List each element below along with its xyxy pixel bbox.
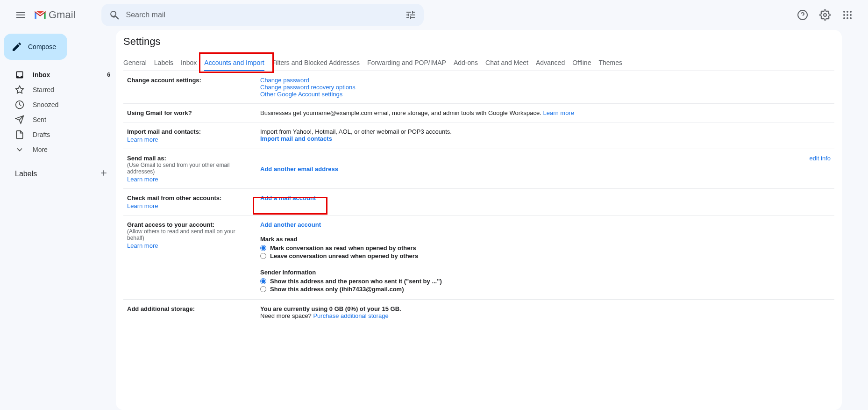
storage-text: You are currently using 0 GB (0%) of you… [260,305,747,312]
plus-icon [99,168,108,178]
tab-offline[interactable]: Offline [572,55,591,71]
header: Gmail [0,0,868,30]
svg-point-6 [843,14,845,16]
svg-point-5 [850,11,852,13]
tab-inbox[interactable]: Inbox [181,55,197,71]
settings-button[interactable] [816,6,834,24]
compose-button[interactable]: Compose [4,34,67,60]
radio-input[interactable] [260,245,266,251]
star-icon [15,85,24,94]
row-label: Grant access to your account: [127,221,214,228]
tab-labels[interactable]: Labels [154,55,173,71]
edit-info-link[interactable]: edit info [809,155,831,162]
checkmail-learn-more[interactable]: Learn more [127,202,158,209]
sendas-learn-more[interactable]: Learn more [127,176,158,183]
radio-input[interactable] [260,253,266,259]
nav-count: 6 [107,72,110,78]
svg-point-9 [843,17,845,19]
clock-icon [15,100,24,109]
row-send-as: Send mail as: (Use Gmail to send from yo… [123,149,834,189]
apps-button[interactable] [838,6,857,24]
add-mail-account-link[interactable]: Add a mail account [260,194,316,201]
search-options-button[interactable] [401,6,420,24]
tab-addons[interactable]: Add-ons [454,55,478,71]
search-input[interactable] [124,11,401,19]
other-account-settings-link[interactable]: Other Google Account settings [260,91,342,98]
nav-list: Inbox 6 Starred Snoozed Sent Drafts M [4,67,116,157]
nav-starred[interactable]: Starred [4,82,116,97]
add-email-link[interactable]: Add another email address [260,165,338,173]
tab-advanced[interactable]: Advanced [536,55,565,71]
tab-accounts-import[interactable]: Accounts and Import [204,55,264,71]
support-button[interactable] [793,6,812,24]
add-label-button[interactable] [99,168,108,180]
pencil-icon [11,41,22,52]
main: Compose Inbox 6 Starred Snoozed Sent [0,30,868,410]
row-sublabel: (Use Gmail to send from your other email… [127,162,253,175]
row-work: Using Gmail for work? Businesses get you… [123,104,834,122]
radio-mark-read[interactable]: Mark conversation as read when opened by… [260,245,747,252]
row-label: Send mail as: [127,155,166,162]
import-learn-more[interactable]: Learn more [127,136,158,143]
import-mail-link[interactable]: Import mail and contacts [260,135,332,142]
labels-title: Labels [15,170,37,178]
row-check-mail: Check mail from other accounts: Learn mo… [123,189,834,216]
change-password-link[interactable]: Change password [260,77,309,84]
file-icon [15,130,24,139]
work-learn-more[interactable]: Learn more [543,109,574,116]
grant-learn-more[interactable]: Learn more [127,242,158,249]
radio-leave-unread[interactable]: Leave conversation unread when opened by… [260,252,747,259]
tab-chat[interactable]: Chat and Meet [485,55,528,71]
tab-general[interactable]: General [123,55,147,71]
row-storage: Add additional storage: You are currentl… [123,300,834,325]
nav-label: Inbox [33,71,50,79]
nav-drafts[interactable]: Drafts [4,127,116,142]
apps-grid-icon [842,9,853,21]
send-icon [15,115,24,124]
nav-snoozed[interactable]: Snoozed [4,97,116,112]
change-recovery-link[interactable]: Change password recovery options [260,84,356,91]
sidebar: Compose Inbox 6 Starred Snoozed Sent [0,30,116,410]
add-another-account-link[interactable]: Add another account [260,221,321,228]
nav-more[interactable]: More [4,142,116,157]
hamburger-icon [15,9,26,21]
row-change-account: Change account settings: Change password… [123,71,834,104]
svg-marker-12 [16,86,24,94]
svg-point-7 [847,14,848,16]
tab-filters[interactable]: Filters and Blocked Addresses [272,55,360,71]
radio-input[interactable] [260,278,266,284]
nav-sent[interactable]: Sent [4,112,116,127]
row-label: Using Gmail for work? [123,104,256,122]
gmail-logo[interactable]: Gmail [34,8,75,22]
nav-label: Drafts [33,131,50,138]
row-sublabel: (Allow others to read and send mail on y… [127,228,253,241]
search-bar[interactable] [101,4,424,26]
nav-inbox[interactable]: Inbox 6 [4,67,116,82]
tab-forwarding[interactable]: Forwarding and POP/IMAP [367,55,446,71]
search-icon [109,9,120,21]
compose-label: Compose [28,43,56,50]
search-button[interactable] [105,6,124,24]
settings-title: Settings [123,36,834,51]
tab-themes[interactable]: Themes [598,55,622,71]
main-menu-button[interactable] [9,4,32,26]
work-text: Businesses get yourname@example.com emai… [260,109,543,116]
content: Settings General Labels Inbox Accounts a… [116,30,842,410]
storage-text2: Need more space? [260,312,313,319]
inbox-icon [15,70,24,79]
svg-point-10 [847,17,848,19]
row-label: Import mail and contacts: [127,128,201,135]
labels-section-header: Labels [4,168,116,180]
import-text: Import from Yahoo!, Hotmail, AOL, or oth… [260,128,747,135]
svg-point-4 [847,11,848,13]
row-import: Import mail and contacts: Learn more Imp… [123,122,834,149]
svg-point-11 [850,17,852,19]
nav-label: Sent [33,116,46,123]
mark-as-read-label: Mark as read [260,236,747,243]
header-actions [793,6,864,24]
row-grant-access: Grant access to your account: (Allow oth… [123,216,834,300]
radio-show-sentby[interactable]: Show this address and the person who sen… [260,278,747,285]
radio-input[interactable] [260,286,266,292]
purchase-storage-link[interactable]: Purchase additional storage [313,312,388,319]
radio-show-address-only[interactable]: Show this address only (ihih7433@gmail.c… [260,286,747,293]
